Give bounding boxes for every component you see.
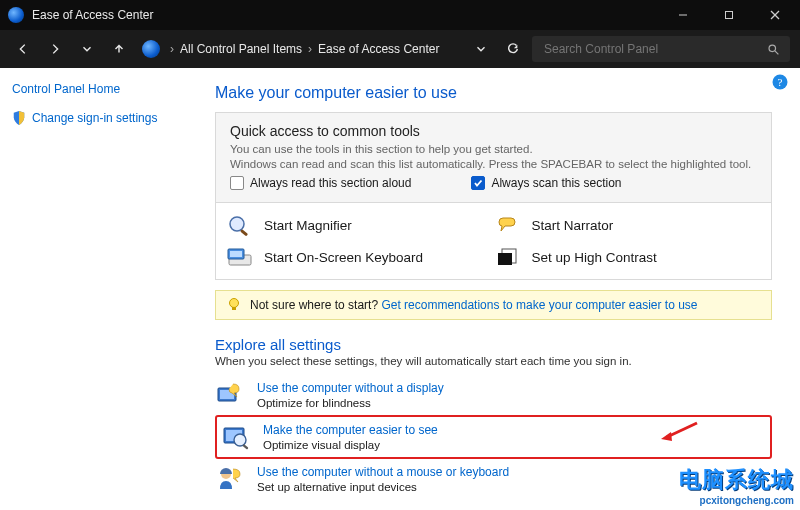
tool-high-contrast[interactable]: Set up High Contrast (494, 245, 762, 269)
magnifier-icon (226, 213, 254, 237)
svg-rect-9 (240, 229, 248, 236)
quick-line: Windows can read and scan this list auto… (230, 158, 757, 170)
svg-point-4 (769, 45, 776, 52)
path-dropdown[interactable] (468, 36, 494, 62)
quick-title: Quick access to common tools (230, 123, 757, 139)
svg-text:?: ? (778, 76, 783, 88)
svg-rect-12 (230, 251, 242, 257)
search-box[interactable] (532, 36, 790, 62)
option-label: Use the computer without a mouse or keyb… (257, 465, 509, 479)
svg-rect-16 (232, 307, 236, 310)
quick-line: You can use the tools in this section to… (230, 143, 757, 155)
chevron-right-icon: › (170, 42, 174, 56)
checkbox-icon (230, 176, 244, 190)
svg-point-15 (230, 299, 239, 308)
svg-marker-24 (661, 432, 672, 441)
option-label: Use the computer without a display (257, 381, 444, 395)
search-icon (767, 43, 780, 56)
window-title: Ease of Access Center (32, 8, 660, 22)
minimize-button[interactable] (660, 0, 706, 30)
option-desc: Set up alternative input devices (257, 481, 509, 493)
page-heading: Make your computer easier to use (215, 84, 772, 102)
option-desc: Optimize for blindness (257, 397, 444, 409)
search-input[interactable] (542, 41, 767, 57)
up-button[interactable] (106, 36, 132, 62)
keyboard-icon (226, 245, 254, 269)
tool-narrator[interactable]: Start Narrator (494, 213, 762, 237)
back-button[interactable] (10, 36, 36, 62)
explore-subtitle: When you select these settings, they wil… (215, 355, 772, 367)
annotation-arrow-icon (657, 419, 701, 446)
contrast-icon (494, 245, 522, 269)
forward-button[interactable] (42, 36, 68, 62)
help-icon[interactable]: ? (772, 74, 788, 90)
refresh-button[interactable] (500, 36, 526, 62)
svg-rect-1 (726, 12, 733, 19)
quick-access-panel: Quick access to common tools You can use… (215, 112, 772, 203)
checkbox-label: Always read this section aloud (250, 176, 411, 190)
svg-rect-14 (498, 253, 512, 265)
monitor-speech-icon (215, 381, 245, 409)
breadcrumb-item[interactable]: Ease of Access Center (318, 42, 439, 56)
close-button[interactable] (752, 0, 798, 30)
sidebar-item-label: Change sign-in settings (32, 111, 157, 125)
narrator-icon (494, 213, 522, 237)
svg-point-21 (234, 434, 246, 446)
svg-line-23 (667, 423, 697, 437)
tool-osk[interactable]: Start On-Screen Keyboard (226, 245, 494, 269)
svg-rect-22 (242, 444, 248, 450)
checkbox-scan-section[interactable]: Always scan this section (471, 176, 621, 190)
control-panel-home-link[interactable]: Control Panel Home (12, 82, 183, 96)
checkbox-checked-icon (471, 176, 485, 190)
info-text: Not sure where to start? (250, 298, 381, 312)
monitor-magnifier-icon (221, 423, 251, 451)
path-icon (142, 40, 160, 58)
recent-dropdown[interactable] (74, 36, 100, 62)
breadcrumb-item[interactable]: All Control Panel Items (180, 42, 302, 56)
tool-magnifier[interactable]: Start Magnifier (226, 213, 494, 237)
recommendations-bar: Not sure where to start? Get recommendat… (215, 290, 772, 320)
option-desc: Optimize visual display (263, 439, 438, 451)
chevron-right-icon: › (308, 42, 312, 56)
checkbox-read-aloud[interactable]: Always read this section aloud (230, 176, 411, 190)
maximize-button[interactable] (706, 0, 752, 30)
recommendations-link[interactable]: Get recommendations to make your compute… (381, 298, 697, 312)
svg-line-5 (775, 51, 778, 54)
explore-heading: Explore all settings (215, 336, 772, 353)
tool-label: Set up High Contrast (532, 250, 657, 265)
checkbox-label: Always scan this section (491, 176, 621, 190)
tool-label: Start On-Screen Keyboard (264, 250, 423, 265)
sidebar-item-sign-in[interactable]: Change sign-in settings (12, 110, 183, 126)
tool-label: Start Magnifier (264, 218, 352, 233)
app-icon (8, 7, 24, 23)
option-no-display[interactable]: Use the computer without a display Optim… (215, 375, 772, 415)
svg-point-8 (230, 217, 244, 231)
person-speech-icon (215, 465, 245, 493)
option-no-mouse-keyboard[interactable]: Use the computer without a mouse or keyb… (215, 459, 772, 499)
shield-icon (12, 110, 26, 126)
option-label: Make the computer easier to see (263, 423, 438, 437)
tool-label: Start Narrator (532, 218, 614, 233)
lightbulb-icon (226, 297, 242, 313)
option-easier-to-see[interactable]: Make the computer easier to see Optimize… (215, 415, 772, 459)
